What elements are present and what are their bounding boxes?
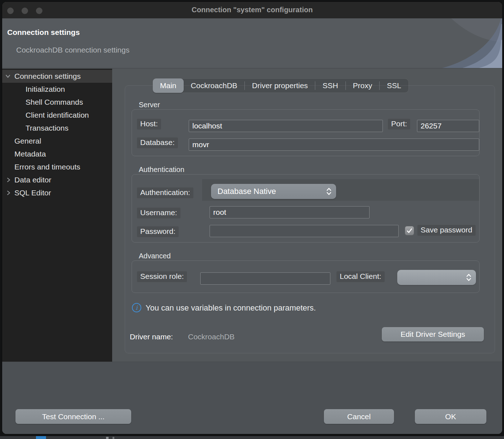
tree-item-label: Initialization bbox=[26, 85, 65, 93]
cancel-button[interactable]: Cancel bbox=[324, 409, 394, 424]
tree-item-label: Errors and timeouts bbox=[14, 163, 80, 171]
window-title: Connection "system" configuration bbox=[2, 6, 502, 14]
tree-item-data-editor[interactable]: Data editor bbox=[2, 173, 112, 186]
popup-chevrons-icon bbox=[466, 273, 472, 282]
save-password-checkbox[interactable] bbox=[405, 226, 414, 235]
driver-name-label: Driver name: bbox=[130, 332, 173, 341]
authentication-selected-value: Database Native bbox=[211, 187, 326, 196]
authentication-select[interactable]: Database Native bbox=[211, 184, 336, 199]
dialog-footer: Test Connection ... Cancel OK bbox=[2, 362, 502, 434]
tree-item-initialization[interactable]: Initialization bbox=[2, 83, 112, 96]
authentication-label: Authentication: bbox=[137, 187, 193, 198]
titlebar: Connection "system" configuration bbox=[2, 2, 502, 18]
authentication-group-legend: Authentication bbox=[139, 166, 184, 174]
edit-driver-settings-button[interactable]: Edit Driver Settings bbox=[382, 327, 484, 341]
tab-proxy[interactable]: Proxy bbox=[346, 78, 380, 93]
authentication-group: Authentication: Database Native Username… bbox=[132, 174, 480, 243]
host-label: Host: bbox=[137, 119, 161, 130]
background-window-sliver bbox=[0, 436, 504, 439]
tree-item-errors-and-timeouts[interactable]: Errors and timeouts bbox=[2, 160, 112, 173]
chevron-down-icon[interactable] bbox=[5, 73, 11, 79]
driver-name-value: CockroachDB bbox=[188, 332, 235, 341]
background-window-blue-fragment bbox=[36, 436, 46, 439]
background-window-fragment bbox=[106, 437, 109, 439]
session-role-input[interactable] bbox=[200, 272, 330, 285]
header-subtitle: CockroachDB connection settings bbox=[16, 46, 129, 54]
advanced-group-legend: Advanced bbox=[139, 252, 171, 260]
test-connection-button[interactable]: Test Connection ... bbox=[15, 409, 131, 424]
tree-item-label: Data editor bbox=[14, 176, 51, 184]
tree-item-label: SQL Editor bbox=[14, 189, 51, 197]
tab-ssh[interactable]: SSH bbox=[315, 78, 345, 93]
tree-item-client-identification[interactable]: Client identification bbox=[2, 109, 112, 122]
username-input[interactable] bbox=[210, 206, 370, 218]
tab-driver-properties[interactable]: Driver properties bbox=[245, 78, 315, 93]
database-input[interactable] bbox=[189, 139, 479, 151]
checkmark-icon bbox=[406, 227, 413, 234]
tree-item-label: Metadata bbox=[14, 150, 46, 158]
tree-item-sql-editor[interactable]: SQL Editor bbox=[2, 186, 112, 199]
dialog-header: Connection settings CockroachDB connecti… bbox=[2, 18, 502, 68]
tree-item-general[interactable]: General bbox=[2, 135, 112, 148]
local-client-select[interactable] bbox=[397, 270, 476, 285]
tree-item-label: Connection settings bbox=[14, 72, 81, 80]
password-input[interactable] bbox=[210, 225, 399, 237]
tree-item-label: General bbox=[14, 137, 41, 145]
header-title: Connection settings bbox=[7, 28, 80, 37]
main-content: Main CockroachDB Driver properties SSH P… bbox=[112, 69, 502, 362]
ok-button[interactable]: OK bbox=[415, 409, 486, 424]
tree-item-label: Client identification bbox=[26, 111, 89, 119]
tab-bar: Main CockroachDB Driver properties SSH P… bbox=[152, 78, 409, 93]
tree-item-connection-settings[interactable]: Connection settings bbox=[2, 70, 112, 83]
tab-ssl[interactable]: SSL bbox=[380, 78, 408, 93]
chevron-right-icon[interactable] bbox=[6, 190, 12, 196]
port-input[interactable] bbox=[417, 120, 479, 132]
save-password-label: Save password bbox=[417, 225, 476, 236]
port-label: Port: bbox=[388, 119, 410, 130]
chevron-right-icon[interactable] bbox=[6, 177, 12, 183]
connection-config-dialog: Connection "system" configuration Connec… bbox=[2, 2, 502, 434]
local-client-label: Local Client: bbox=[336, 271, 385, 282]
advanced-group: Session role: Local Client: bbox=[132, 261, 480, 293]
variables-hint-text: You can use variables in connection para… bbox=[146, 303, 316, 313]
tab-cockroachdb[interactable]: CockroachDB bbox=[184, 78, 245, 93]
tree-item-shell-commands[interactable]: Shell Commands bbox=[2, 96, 112, 109]
info-icon: i bbox=[132, 303, 141, 312]
tab-main[interactable]: Main bbox=[153, 78, 184, 93]
tree-item-transactions[interactable]: Transactions bbox=[2, 122, 112, 135]
server-group: Host: Port: Database: bbox=[132, 109, 480, 156]
database-label: Database: bbox=[137, 137, 178, 148]
password-label: Password: bbox=[137, 226, 179, 237]
settings-tree: Connection settings Initialization Shell… bbox=[2, 69, 112, 362]
tree-item-label: Transactions bbox=[26, 124, 68, 132]
username-label: Username: bbox=[137, 208, 180, 218]
host-input[interactable] bbox=[189, 120, 383, 132]
tree-item-label: Shell Commands bbox=[26, 98, 83, 106]
popup-chevrons-icon bbox=[326, 187, 332, 196]
header-swoosh-graphic bbox=[409, 18, 502, 68]
tree-item-metadata[interactable]: Metadata bbox=[2, 148, 112, 160]
server-group-legend: Server bbox=[139, 101, 160, 109]
main-tab-panel: Server Host: Port: Database: Authenticat… bbox=[125, 85, 495, 353]
session-role-label: Session role: bbox=[137, 271, 187, 282]
background-window-fragment bbox=[113, 437, 114, 439]
